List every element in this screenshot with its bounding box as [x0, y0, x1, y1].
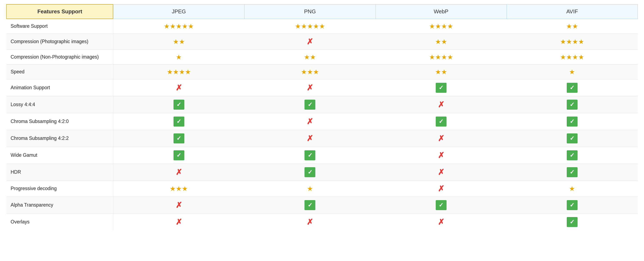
avif-column-header: AVIF — [506, 4, 638, 19]
check-icon: ✓ — [567, 150, 578, 160]
table-wrapper: Features Support JPEG PNG WebP AVIF Soft… — [0, 0, 644, 261]
check-icon: ✓ — [567, 167, 578, 177]
cross-icon: ✗ — [438, 134, 444, 143]
check-icon: ✓ — [304, 200, 315, 210]
value-cell-8-3: ✓ — [506, 147, 638, 164]
feature-label: Software Support — [6, 19, 113, 34]
value-cell-2-1: ★★ — [244, 50, 376, 64]
star-rating: ★★ — [173, 38, 185, 46]
feature-label: Animation Support — [6, 79, 113, 96]
value-cell-1-2: ★★ — [376, 34, 506, 50]
jpeg-column-header: JPEG — [113, 4, 244, 19]
value-cell-6-0: ✓ — [113, 113, 244, 130]
star-rating: ★★★ — [170, 185, 188, 192]
value-cell-1-0: ★★ — [113, 34, 244, 50]
feature-label: Wide Gamut — [6, 147, 113, 164]
check-icon: ✓ — [174, 100, 184, 110]
check-icon: ✓ — [174, 133, 184, 143]
value-cell-10-0: ★★★ — [113, 180, 244, 197]
cross-icon: ✗ — [306, 37, 313, 46]
check-icon: ✓ — [567, 133, 578, 143]
value-cell-3-3: ★ — [506, 64, 638, 79]
cross-icon: ✗ — [176, 200, 182, 210]
star-rating: ★★★★ — [560, 38, 584, 46]
value-cell-12-2: ✗ — [376, 213, 506, 230]
check-icon: ✓ — [567, 200, 578, 210]
check-icon: ✓ — [436, 83, 446, 93]
value-cell-9-0: ✗ — [113, 164, 244, 180]
value-cell-3-2: ★★ — [376, 64, 506, 79]
value-cell-11-2: ✓ — [376, 197, 506, 213]
table-row: Overlays✗✗✗✓ — [6, 213, 638, 230]
feature-label: Compression (Non-Photographic images) — [6, 50, 113, 64]
value-cell-4-2: ✓ — [376, 79, 506, 96]
cross-icon: ✗ — [306, 217, 313, 227]
value-cell-1-1: ✗ — [244, 34, 376, 50]
cross-icon: ✗ — [176, 168, 182, 177]
value-cell-12-1: ✗ — [244, 213, 376, 230]
png-column-header: PNG — [244, 4, 376, 19]
table-row: Compression (Non-Photographic images)★★★… — [6, 50, 638, 64]
value-cell-6-3: ✓ — [506, 113, 638, 130]
star-rating: ★★ — [304, 53, 316, 61]
cross-icon: ✗ — [306, 117, 313, 126]
value-cell-8-2: ✗ — [376, 147, 506, 164]
value-cell-2-3: ★★★★ — [506, 50, 638, 64]
header-row: Features Support JPEG PNG WebP AVIF — [6, 4, 638, 19]
value-cell-4-3: ✓ — [506, 79, 638, 96]
value-cell-0-1: ★★★★★ — [244, 19, 376, 34]
star-rating: ★★★★ — [560, 53, 584, 61]
table-row: Lossy 4:4:4✓✓✗✓ — [6, 96, 638, 113]
table-row: Compression (Photographic images)★★✗★★★★… — [6, 34, 638, 50]
table-row: HDR✗✓✗✓ — [6, 164, 638, 180]
cross-icon: ✗ — [438, 100, 444, 109]
value-cell-12-0: ✗ — [113, 213, 244, 230]
webp-column-header: WebP — [376, 4, 506, 19]
check-icon: ✓ — [567, 100, 578, 110]
cross-icon: ✗ — [438, 217, 444, 227]
check-icon: ✓ — [567, 83, 578, 93]
value-cell-4-0: ✗ — [113, 79, 244, 96]
check-icon: ✓ — [567, 117, 578, 127]
value-cell-0-0: ★★★★★ — [113, 19, 244, 34]
feature-label: Speed — [6, 64, 113, 79]
table-row: Progressive decoding★★★★✗★ — [6, 180, 638, 197]
star-rating: ★★ — [435, 68, 447, 76]
star-rating: ★★★ — [301, 68, 319, 76]
value-cell-7-0: ✓ — [113, 130, 244, 147]
value-cell-7-2: ✗ — [376, 130, 506, 147]
feature-column-header: Features Support — [6, 4, 113, 19]
value-cell-0-3: ★★ — [506, 19, 638, 34]
check-icon: ✓ — [436, 200, 446, 210]
value-cell-9-2: ✗ — [376, 164, 506, 180]
cross-icon: ✗ — [176, 217, 182, 227]
star-rating: ★★★★ — [429, 23, 453, 30]
check-icon: ✓ — [567, 217, 578, 227]
star-rating: ★★★★ — [429, 53, 453, 61]
value-cell-5-3: ✓ — [506, 96, 638, 113]
star-rating: ★ — [176, 53, 182, 61]
table-row: Animation Support✗✗✓✓ — [6, 79, 638, 96]
check-icon: ✓ — [174, 150, 184, 160]
feature-label: Chroma Subsampling 4:2:2 — [6, 130, 113, 147]
value-cell-2-0: ★ — [113, 50, 244, 64]
star-rating: ★★ — [566, 23, 578, 30]
value-cell-5-2: ✗ — [376, 96, 506, 113]
value-cell-5-0: ✓ — [113, 96, 244, 113]
features-table: Features Support JPEG PNG WebP AVIF Soft… — [6, 4, 638, 230]
star-rating: ★ — [307, 185, 313, 192]
check-icon: ✓ — [304, 150, 315, 160]
star-rating: ★ — [569, 185, 575, 192]
star-rating: ★ — [569, 68, 575, 76]
cross-icon: ✗ — [438, 151, 444, 160]
feature-label: Overlays — [6, 213, 113, 230]
value-cell-2-2: ★★★★ — [376, 50, 506, 64]
feature-label: Progressive decoding — [6, 180, 113, 197]
table-row: Speed★★★★★★★★★★ — [6, 64, 638, 79]
value-cell-0-2: ★★★★ — [376, 19, 506, 34]
star-rating: ★★★★ — [167, 68, 191, 76]
table-row: Chroma Subsampling 4:2:0✓✗✓✓ — [6, 113, 638, 130]
star-rating: ★★★★★ — [295, 23, 325, 30]
check-icon: ✓ — [436, 117, 446, 127]
value-cell-10-3: ★ — [506, 180, 638, 197]
